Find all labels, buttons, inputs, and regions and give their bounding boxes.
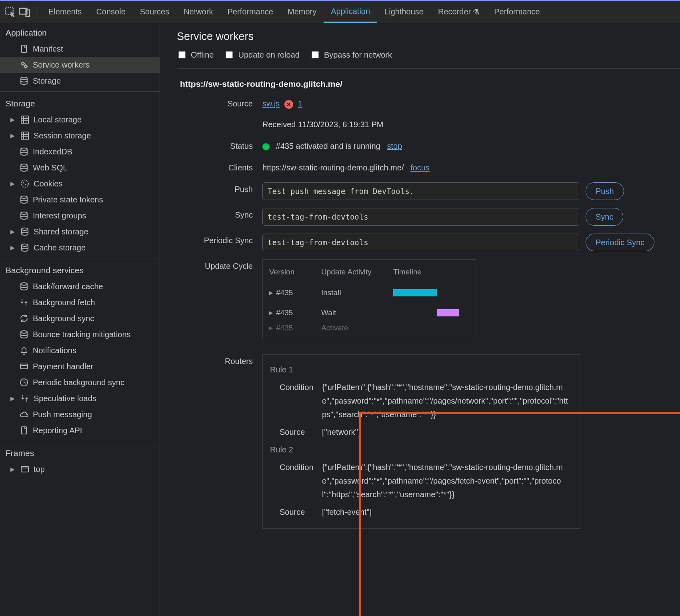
svg-point-18 bbox=[21, 283, 27, 285]
sidebar-bg-notifications[interactable]: Notifications bbox=[0, 342, 160, 358]
sidebar-storage-session-storage[interactable]: ▶Session storage bbox=[0, 128, 160, 144]
section-bg: Background services bbox=[0, 261, 160, 278]
push-button[interactable]: Push bbox=[586, 182, 624, 200]
rule-source-label: Source bbox=[270, 425, 314, 439]
tree-item-label: Reporting API bbox=[33, 426, 82, 435]
tab-elements[interactable]: Elements bbox=[41, 1, 89, 23]
periodic-sync-button[interactable]: Periodic Sync bbox=[586, 234, 654, 251]
chevron-right-icon: ▶ bbox=[269, 306, 273, 320]
sidebar-storage-indexeddb[interactable]: IndexedDB bbox=[0, 144, 160, 160]
offline-label: Offline bbox=[191, 50, 214, 60]
svg-point-10 bbox=[21, 164, 27, 166]
svg-point-15 bbox=[21, 212, 27, 214]
source-received: Received 11/30/2023, 6:19:31 PM bbox=[262, 118, 680, 131]
tab-recorder[interactable]: Recorder ⚗ bbox=[431, 1, 487, 23]
tree-item-label: Local storage bbox=[34, 115, 82, 124]
separator bbox=[36, 6, 36, 18]
source-file-link[interactable]: sw.js bbox=[262, 99, 280, 108]
tree-item-label: Push messaging bbox=[33, 410, 92, 419]
tab-network[interactable]: Network bbox=[176, 1, 220, 23]
sidebar-storage-shared-storage[interactable]: ▶Shared storage bbox=[0, 224, 160, 240]
svg-rect-20 bbox=[20, 364, 28, 369]
rule-condition-value: {"urlPattern":{"hash":"*","hostname":"sw… bbox=[322, 460, 572, 501]
status-stop-link[interactable]: stop bbox=[387, 142, 402, 150]
cycle-hdr-version: Version bbox=[269, 265, 313, 279]
section-frames: Frames bbox=[0, 444, 160, 461]
bypass-network-checkbox[interactable]: Bypass for network bbox=[310, 50, 392, 60]
status-dot-icon bbox=[262, 143, 270, 150]
cycle-hdr-activity: Update Activity bbox=[321, 265, 385, 279]
error-icon[interactable]: ✕ bbox=[284, 100, 293, 109]
svg-point-14 bbox=[21, 196, 27, 198]
cycle-row[interactable]: ▶#435Activate bbox=[269, 323, 469, 333]
chevron-right-icon: ▶ bbox=[10, 228, 16, 235]
routers-label: Routers bbox=[177, 354, 253, 366]
sidebar-bg-speculative-loads[interactable]: ▶Speculative loads bbox=[0, 390, 160, 406]
sidebar-storage-interest-groups[interactable]: Interest groups bbox=[0, 208, 160, 224]
tab-performance[interactable]: Performance bbox=[487, 1, 547, 23]
sidebar-bg-background-sync[interactable]: Background sync bbox=[0, 310, 160, 326]
tree-item-label: Interest groups bbox=[33, 211, 86, 220]
sidebar-bg-periodic-background-sync[interactable]: Periodic background sync bbox=[0, 374, 160, 390]
sidebar-bg-reporting-api[interactable]: Reporting API bbox=[0, 422, 160, 438]
update-on-reload-checkbox[interactable]: Update on reload bbox=[224, 50, 299, 60]
sidebar-bg-payment-handler[interactable]: Payment handler bbox=[0, 358, 160, 374]
sidebar-storage-cookies[interactable]: ▶Cookies bbox=[0, 176, 160, 192]
clock-icon bbox=[19, 378, 29, 387]
sidebar-app-manifest[interactable]: Manifest bbox=[0, 41, 160, 57]
sync-button[interactable]: Sync bbox=[586, 208, 623, 226]
sidebar-storage-private-state-tokens[interactable]: Private state tokens bbox=[0, 192, 160, 208]
main-panel: Service workers Offline Update on reload… bbox=[160, 23, 680, 616]
tab-console[interactable]: Console bbox=[89, 1, 132, 23]
sidebar: Application ManifestService workersStora… bbox=[0, 23, 160, 616]
chevron-right-icon: ▶ bbox=[10, 466, 16, 472]
sync-label: Sync bbox=[177, 208, 253, 220]
rule-title: Rule 1 bbox=[270, 363, 572, 376]
sidebar-bg-bounce-tracking-mitigations[interactable]: Bounce tracking mitigations bbox=[0, 326, 160, 342]
sidebar-storage-local-storage[interactable]: ▶Local storage bbox=[0, 112, 160, 128]
status-label: Status bbox=[177, 139, 253, 151]
cycle-hdr-timeline: Timeline bbox=[393, 265, 422, 279]
sidebar-storage-cache-storage[interactable]: ▶Cache storage bbox=[0, 240, 160, 256]
sidebar-storage-web-sql[interactable]: Web SQL bbox=[0, 160, 160, 176]
tree-item-label: Shared storage bbox=[34, 227, 88, 236]
tab-performance[interactable]: Performance bbox=[220, 1, 281, 23]
tab-memory[interactable]: Memory bbox=[280, 1, 324, 23]
sw-origin: https://sw-static-routing-demo.glitch.me… bbox=[177, 69, 680, 93]
tree-item-label: Payment handler bbox=[33, 362, 93, 371]
inspect-icon[interactable] bbox=[4, 6, 17, 18]
tab-lighthouse[interactable]: Lighthouse bbox=[377, 1, 431, 23]
tab-application[interactable]: Application bbox=[324, 1, 377, 23]
sidebar-app-service-workers[interactable]: Service workers bbox=[0, 57, 160, 73]
timeline-bar bbox=[437, 309, 459, 316]
chevron-right-icon: ▶ bbox=[10, 132, 16, 139]
card-icon bbox=[19, 362, 29, 371]
periodic-sync-input[interactable] bbox=[262, 234, 579, 251]
tab-sources[interactable]: Sources bbox=[133, 1, 176, 23]
sidebar-bg-background-fetch[interactable]: Background fetch bbox=[0, 294, 160, 310]
client-focus-link[interactable]: focus bbox=[410, 163, 430, 172]
source-label: Source bbox=[177, 97, 253, 108]
sw-toggle-row: Offline Update on reload Bypass for netw… bbox=[177, 50, 680, 69]
cycle-row[interactable]: ▶#435Install bbox=[269, 283, 469, 303]
tree-item-label: Storage bbox=[33, 76, 61, 86]
periodic-sync-label: Periodic Sync bbox=[177, 234, 253, 245]
offline-checkbox[interactable]: Offline bbox=[177, 50, 214, 60]
tree-item-label: Manifest bbox=[33, 44, 63, 54]
device-toolbar-icon[interactable] bbox=[18, 6, 31, 18]
tree-item-label: Periodic background sync bbox=[33, 378, 124, 387]
cycle-row[interactable]: ▶#435Wait bbox=[269, 303, 469, 323]
sidebar-bg-back-forward-cache[interactable]: Back/forward cache bbox=[0, 278, 160, 294]
tree-item-label: IndexedDB bbox=[33, 147, 72, 156]
push-input[interactable] bbox=[262, 182, 579, 200]
timeline-bar bbox=[393, 289, 437, 296]
sync-input[interactable] bbox=[262, 208, 579, 226]
svg-point-12 bbox=[23, 182, 24, 184]
sidebar-app-storage[interactable]: Storage bbox=[0, 73, 160, 89]
error-count-link[interactable]: 1 bbox=[298, 99, 302, 108]
sidebar-bg-push-messaging[interactable]: Push messaging bbox=[0, 406, 160, 422]
tree-item-label: Background fetch bbox=[33, 298, 95, 307]
sidebar-frames-top[interactable]: ▶top bbox=[0, 461, 160, 477]
svg-rect-22 bbox=[22, 427, 26, 434]
rule-condition-label: Condition bbox=[270, 380, 314, 421]
